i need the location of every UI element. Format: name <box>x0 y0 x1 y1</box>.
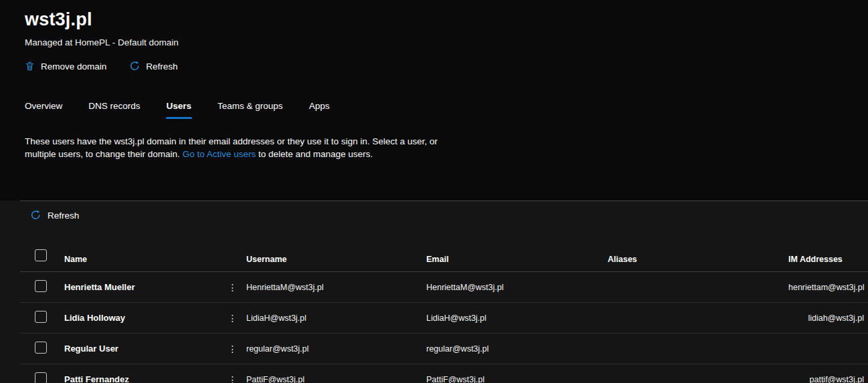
refresh-icon <box>30 210 41 221</box>
user-table-row[interactable]: Regular User ⋮ regular@wst3j.pl regular@… <box>20 334 868 364</box>
go-to-active-users-link[interactable]: Go to Active users <box>183 149 256 159</box>
user-im-address: lidiah@wst3j.pl <box>788 313 868 323</box>
row-checkbox-cell <box>20 311 64 326</box>
user-username: HenriettaM@wst3j.pl <box>246 283 426 292</box>
user-table-row[interactable]: Lidia Holloway ⋮ LidiaH@wst3j.pl LidiaH@… <box>20 303 868 334</box>
tab-apps[interactable]: Apps <box>309 101 330 119</box>
table-toolbar: Refresh <box>0 201 868 230</box>
tab-dns-records[interactable]: DNS records <box>88 101 140 119</box>
column-header-name[interactable]: Name <box>64 255 219 264</box>
user-name: Patti Fernandez <box>64 374 219 383</box>
remove-domain-label: Remove domain <box>41 61 106 72</box>
column-header-email[interactable]: Email <box>426 255 608 264</box>
header-checkbox-cell <box>20 249 64 264</box>
user-email: regular@wst3j.pl <box>426 344 608 354</box>
user-name: Regular User <box>64 344 219 354</box>
more-actions-icon[interactable]: ⋮ <box>228 375 238 383</box>
row-checkbox[interactable] <box>35 311 47 323</box>
domain-status-subtitle: Managed at HomePL - Default domain <box>25 37 868 47</box>
domain-detail-header: wst3j.pl Managed at HomePL - Default dom… <box>0 0 868 160</box>
panel-divider <box>20 201 868 201</box>
refresh-icon <box>129 61 140 72</box>
user-email: LidiaH@wst3j.pl <box>426 313 608 323</box>
user-name: Lidia Holloway <box>64 313 219 323</box>
user-name: Henrietta Mueller <box>64 282 219 292</box>
tab-users[interactable]: Users <box>167 101 192 119</box>
tab-overview[interactable]: Overview <box>25 101 62 119</box>
row-checkbox-cell <box>20 280 64 295</box>
row-checkbox[interactable] <box>35 342 47 354</box>
row-menu-cell: ⋮ <box>219 375 246 383</box>
page-title: wst3j.pl <box>25 9 868 30</box>
users-tab-description: These users have the wst3j.pl domain in … <box>25 135 448 160</box>
user-username: regular@wst3j.pl <box>246 344 426 354</box>
user-table-row[interactable]: Henrietta Mueller ⋮ HenriettaM@wst3j.pl … <box>20 272 868 303</box>
select-all-checkbox[interactable] <box>35 249 47 261</box>
column-header-username[interactable]: Username <box>246 255 426 264</box>
tab-bar: Overview DNS records Users Teams & group… <box>25 101 868 119</box>
table-refresh-button[interactable]: Refresh <box>30 210 79 221</box>
user-email: PattiF@wst3j.pl <box>426 375 608 383</box>
row-checkbox-cell <box>20 372 64 383</box>
user-username: PattiF@wst3j.pl <box>246 375 426 383</box>
command-bar: Remove domain Refresh <box>25 61 868 72</box>
table-refresh-label: Refresh <box>48 211 79 221</box>
user-im-address: henriettam@wst3j.pl <box>788 283 868 292</box>
column-header-aliases[interactable]: Aliases <box>608 255 788 264</box>
user-table-row[interactable]: Patti Fernandez ⋮ PattiF@wst3j.pl PattiF… <box>20 364 868 383</box>
table-header-row: Name Username Email Aliases IM Addresses <box>20 230 868 272</box>
remove-domain-button[interactable]: Remove domain <box>25 61 106 72</box>
row-menu-cell: ⋮ <box>219 344 246 354</box>
refresh-label: Refresh <box>146 61 177 72</box>
row-menu-cell: ⋮ <box>219 283 246 292</box>
tab-teams-groups[interactable]: Teams & groups <box>218 101 283 119</box>
refresh-button[interactable]: Refresh <box>129 61 177 72</box>
row-checkbox[interactable] <box>35 372 47 383</box>
more-actions-icon[interactable]: ⋮ <box>228 344 238 354</box>
table-body: Henrietta Mueller ⋮ HenriettaM@wst3j.pl … <box>0 272 868 383</box>
trash-icon <box>25 61 35 72</box>
row-menu-cell: ⋮ <box>219 313 246 323</box>
users-table-panel: Refresh Name Username Email Aliases IM A… <box>0 201 868 383</box>
more-actions-icon[interactable]: ⋮ <box>228 313 238 323</box>
description-text-2: to delete and manage users. <box>256 149 373 159</box>
more-actions-icon[interactable]: ⋮ <box>228 283 238 292</box>
user-username: LidiaH@wst3j.pl <box>246 313 426 323</box>
row-checkbox-cell <box>20 342 64 356</box>
user-im-address: pattif@wst3j.pl <box>788 375 868 383</box>
user-email: HenriettaM@wst3j.pl <box>426 283 608 292</box>
row-checkbox[interactable] <box>35 280 47 292</box>
column-header-im-addresses[interactable]: IM Addresses <box>788 255 868 264</box>
